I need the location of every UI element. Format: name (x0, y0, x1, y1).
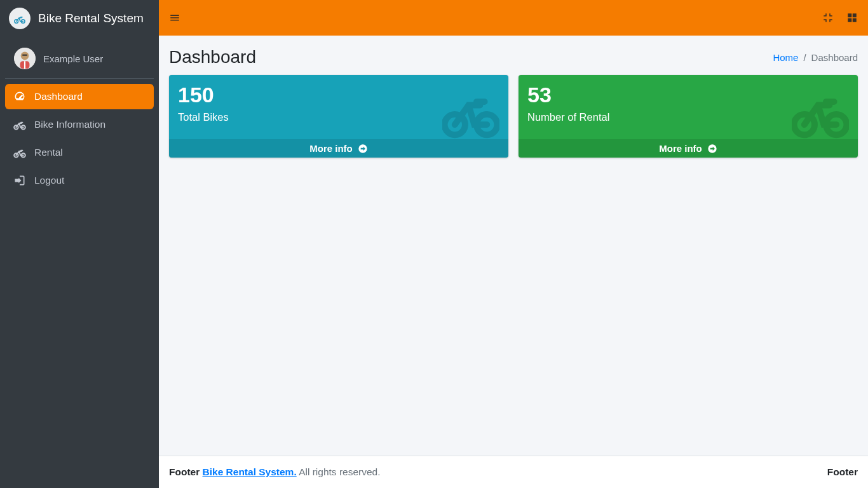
arrow-circle-right-icon (707, 144, 717, 154)
content: 150 Total Bikes More info 53 Number of R… (159, 75, 868, 456)
user-panel[interactable]: Example User (5, 39, 154, 79)
card-label: Total Bikes (178, 111, 499, 123)
fullscreen-toggle-button[interactable] (822, 12, 834, 24)
avatar (14, 48, 36, 69)
brand-logo (9, 8, 31, 29)
more-info-label: More info (659, 143, 702, 154)
grid-icon (846, 12, 858, 24)
card-total-bikes: 150 Total Bikes More info (169, 75, 508, 158)
breadcrumb: Home / Dashboard (773, 52, 858, 63)
footer: Footer Bike Rental System. All rights re… (159, 456, 868, 488)
svg-rect-9 (24, 61, 25, 69)
sidebar-item-dashboard[interactable]: Dashboard (5, 84, 154, 109)
svg-rect-7 (22, 55, 27, 56)
sidebar-item-label: Rental (34, 147, 63, 158)
bike-icon (13, 146, 27, 159)
more-info-label: More info (309, 143, 353, 154)
page-title: Dashboard (169, 47, 256, 67)
brand-title: Bike Rental System (38, 11, 144, 25)
sidebar-item-label: Dashboard (34, 91, 83, 102)
topbar (159, 0, 868, 36)
brand[interactable]: Bike Rental System (0, 0, 159, 39)
hamburger-icon (169, 12, 180, 24)
footer-suffix: All rights reserved. (299, 466, 380, 477)
user-name: Example User (43, 53, 103, 64)
card-label: Number of Rental (527, 111, 849, 123)
sidebar-nav: Dashboard Bike Information Rental Logout (0, 79, 159, 198)
arrow-circle-right-icon (358, 144, 368, 154)
avatar-icon (14, 48, 36, 69)
card-value: 150 (178, 83, 499, 107)
logout-icon (13, 174, 27, 187)
sidebar-toggle-button[interactable] (169, 12, 180, 24)
sidebar: Bike Rental System Example User Dashboar… (0, 0, 159, 488)
sidebar-item-label: Bike Information (34, 119, 105, 130)
sidebar-item-label: Logout (34, 175, 64, 186)
card-more-info-link[interactable]: More info (169, 139, 508, 158)
footer-right: Footer (827, 466, 858, 477)
footer-left: Footer Bike Rental System. All rights re… (169, 466, 381, 478)
sidebar-item-bike-information[interactable]: Bike Information (5, 112, 154, 137)
sidebar-item-logout[interactable]: Logout (5, 168, 154, 193)
card-value: 53 (527, 83, 849, 107)
card-more-info-link[interactable]: More info (519, 139, 858, 158)
card-number-of-rental: 53 Number of Rental More info (519, 75, 858, 158)
breadcrumb-current: Dashboard (811, 52, 858, 63)
bike-logo-icon (13, 11, 27, 25)
footer-prefix: Footer (169, 466, 203, 477)
breadcrumb-home-link[interactable]: Home (773, 52, 798, 63)
dashboard-icon (13, 90, 27, 103)
compress-icon (822, 12, 834, 24)
breadcrumb-separator: / (803, 52, 806, 63)
main-column: Dashboard Home / Dashboard 150 Total Bik… (159, 0, 868, 488)
bike-icon (13, 118, 27, 131)
apps-grid-button[interactable] (846, 12, 858, 24)
sidebar-item-rental[interactable]: Rental (5, 140, 154, 165)
content-header: Dashboard Home / Dashboard (159, 36, 868, 75)
footer-brand-link[interactable]: Bike Rental System. (203, 466, 297, 477)
